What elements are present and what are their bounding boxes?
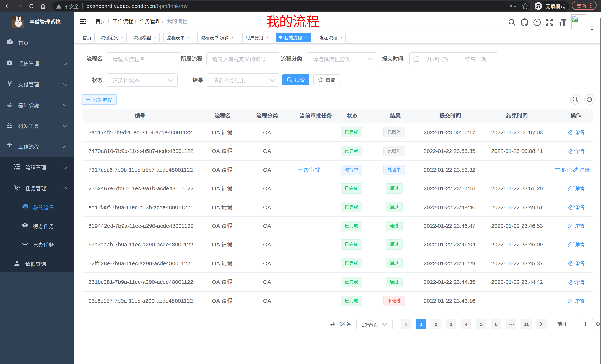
svg-text:¥: ¥ — [7, 80, 12, 87]
svg-text:?: ? — [536, 20, 539, 25]
svg-text:T: T — [561, 19, 566, 26]
